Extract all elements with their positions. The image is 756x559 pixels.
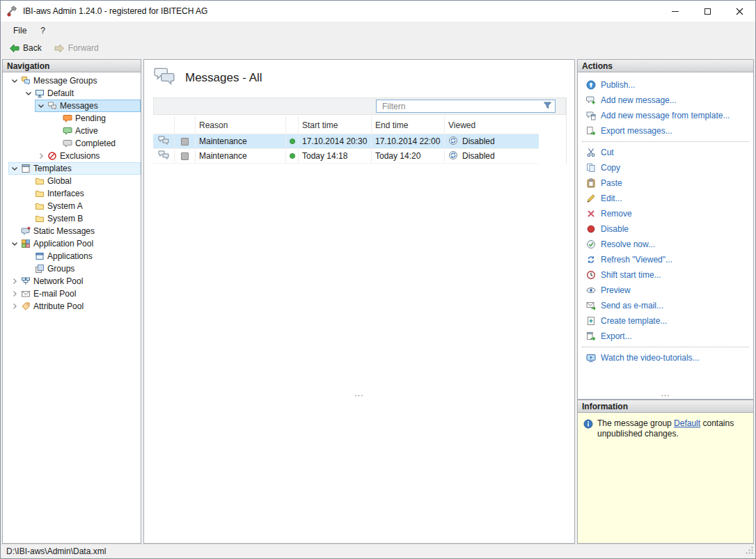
menu-file[interactable]: File	[6, 23, 33, 38]
chevron-collapsed-icon[interactable]	[9, 301, 20, 312]
email-pool-icon	[20, 288, 31, 299]
column-header-reason[interactable]: Reason	[195, 116, 285, 134]
action-edit[interactable]: Edit...	[578, 191, 753, 206]
message-row[interactable]: Maintenance 17.10.2014 20:30 17.10.2014 …	[153, 134, 539, 149]
messages-icon	[47, 100, 58, 111]
chevron-collapsed-icon[interactable]	[9, 276, 20, 287]
unpublished-indicator	[181, 152, 189, 160]
tree-item-email-pool[interactable]: E-mail Pool	[3, 288, 141, 300]
column-header-published[interactable]	[174, 116, 195, 134]
back-arrow-icon	[9, 44, 19, 53]
close-button[interactable]	[723, 1, 755, 22]
tv-icon	[586, 353, 596, 363]
chevron-expanded-icon[interactable]	[36, 100, 47, 111]
tree-item-default[interactable]: Default	[3, 87, 141, 100]
column-header-end-time[interactable]: End time	[371, 116, 444, 134]
action-copy[interactable]: Copy	[578, 160, 753, 175]
action-publish[interactable]: Publish...	[578, 77, 753, 93]
action-remove[interactable]: Remove	[578, 206, 753, 221]
tree-item-exclusions[interactable]: Exclusions	[3, 150, 141, 162]
tree-item-static-messages[interactable]: Static Messages	[3, 225, 141, 237]
message-row[interactable]: Maintenance Today 14:18 Today 14:20 Disa…	[153, 149, 539, 164]
tree-item-interfaces[interactable]: Interfaces	[3, 187, 141, 200]
tree-label: Message Groups	[31, 76, 97, 86]
tree-label: Messages	[58, 101, 98, 111]
tree-item-system-a[interactable]: System A	[3, 200, 141, 212]
information-body: The message group Default contains unpub…	[577, 413, 754, 544]
action-add-message-from-template[interactable]: Add new message from template...	[578, 108, 753, 123]
action-create-template[interactable]: Create template...	[578, 313, 753, 329]
column-header-icon[interactable]	[153, 116, 174, 134]
tree-item-applications[interactable]: Applications	[3, 250, 141, 262]
chevron-expanded-icon[interactable]	[9, 75, 20, 86]
main-panel: Messages - All Filtern Reason Start time…	[143, 59, 575, 544]
default-group-link[interactable]: Default	[674, 418, 700, 428]
action-preview[interactable]: Preview	[578, 283, 753, 298]
application-pool-icon	[20, 238, 31, 249]
tree-item-network-pool[interactable]: Network Pool	[3, 275, 141, 288]
column-header-status[interactable]	[285, 116, 298, 134]
resize-grip-icon[interactable]	[745, 546, 754, 557]
tree-item-global[interactable]: Global	[3, 175, 141, 187]
tree-label: Static Messages	[31, 226, 95, 236]
information-panel: Information The message group Default co…	[577, 400, 754, 544]
tree-item-system-b[interactable]: System B	[3, 212, 141, 225]
tree-label: Active	[73, 126, 98, 136]
tree-item-message-groups[interactable]: Message Groups	[3, 74, 141, 87]
filter-input[interactable]: Filtern	[376, 100, 556, 113]
tree-label: Exclusions	[58, 151, 100, 161]
action-send-as-email[interactable]: Send as e-mail...	[578, 298, 753, 313]
action-paste[interactable]: Paste	[578, 175, 753, 191]
action-add-new-message[interactable]: Add new message...	[578, 93, 753, 108]
cell-viewed: Disabled	[462, 151, 495, 161]
main-overflow-handle[interactable]: ...	[354, 388, 363, 398]
chevron-collapsed-icon[interactable]	[9, 288, 20, 299]
chevron-expanded-icon[interactable]	[9, 163, 20, 174]
action-shift-start-time[interactable]: Shift start time...	[578, 267, 753, 283]
clipboard-icon	[586, 178, 596, 188]
clock-icon	[586, 270, 596, 280]
column-header-start-time[interactable]: Start time	[298, 116, 371, 134]
action-export[interactable]: Export...	[578, 329, 753, 344]
action-cut[interactable]: Cut	[578, 145, 753, 160]
action-export-messages[interactable]: Export messages...	[578, 123, 753, 139]
column-header-viewed[interactable]: Viewed	[444, 116, 539, 134]
info-icon	[583, 419, 593, 429]
status-green-dot	[290, 153, 295, 159]
back-button[interactable]: Back	[5, 42, 46, 54]
tree-item-messages[interactable]: Messages	[3, 100, 141, 112]
navigation-panel: Navigation Message Groups Default	[2, 59, 141, 544]
send-email-icon	[586, 301, 596, 310]
minimize-button[interactable]	[659, 1, 691, 22]
tree-item-pending[interactable]: Pending	[3, 112, 141, 125]
computer-icon	[34, 88, 45, 99]
actions-overflow-handle[interactable]: ...	[578, 388, 753, 398]
tree-item-active[interactable]: Active	[3, 125, 141, 137]
forward-button[interactable]: Forward	[50, 42, 103, 54]
tree-label: System B	[45, 214, 83, 223]
action-refresh-viewed[interactable]: Refresh "Viewed"...	[578, 252, 753, 267]
maximize-button[interactable]	[691, 1, 723, 22]
tree-label: Attribute Pool	[31, 301, 84, 311]
tree-item-groups[interactable]: Groups	[3, 262, 141, 275]
chevron-expanded-icon[interactable]	[23, 88, 34, 99]
action-watch-video-tutorials[interactable]: Watch the video-tutorials...	[578, 350, 753, 365]
tree-item-templates[interactable]: Templates	[3, 162, 141, 175]
tree-label: Interfaces	[45, 189, 84, 198]
tree-item-completed[interactable]: Completed	[3, 137, 141, 150]
tree-item-attribute-pool[interactable]: Attribute Pool	[3, 300, 141, 313]
action-disable[interactable]: Disable	[578, 221, 753, 237]
content-area: Navigation Message Groups Default	[1, 59, 755, 544]
filter-funnel-icon[interactable]	[543, 101, 552, 112]
action-resolve-now[interactable]: Resolve now...	[578, 237, 753, 252]
chevron-collapsed-icon[interactable]	[36, 150, 47, 162]
menu-help[interactable]: ?	[33, 23, 52, 38]
folder-icon	[34, 213, 45, 224]
tree-item-application-pool[interactable]: Application Pool	[3, 237, 141, 250]
app-icon	[6, 6, 17, 17]
back-label: Back	[23, 43, 42, 53]
tree-label: E-mail Pool	[31, 289, 76, 299]
messages-header-icon	[153, 67, 175, 88]
resolve-icon	[586, 239, 596, 249]
chevron-expanded-icon[interactable]	[9, 238, 20, 249]
